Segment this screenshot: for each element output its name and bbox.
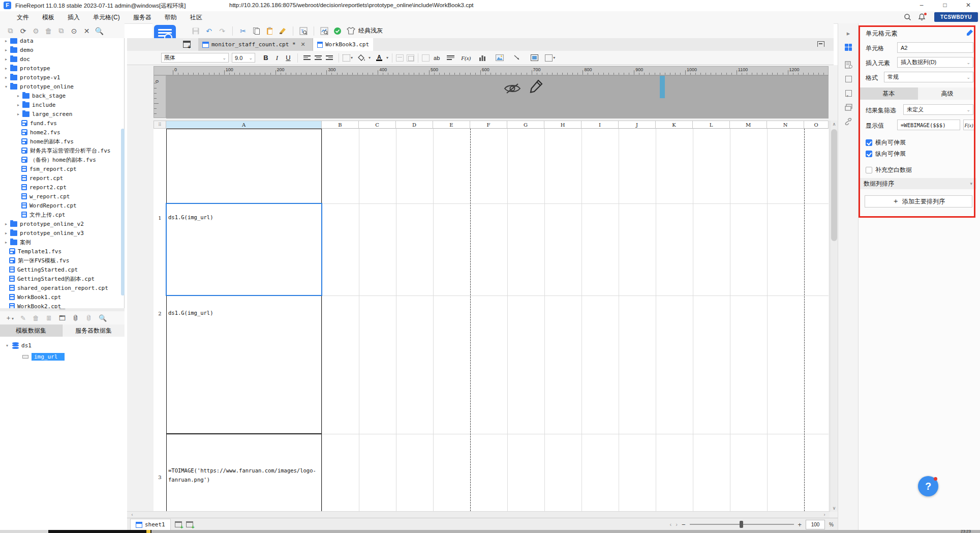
- tree-item-doc[interactable]: ▸doc: [0, 54, 30, 64]
- shape-icon[interactable]: [545, 54, 553, 62]
- locate-icon[interactable]: ⊙: [68, 27, 80, 35]
- line-tool-icon[interactable]: [510, 52, 524, 64]
- fill-blank-data-row[interactable]: 补充空白数据: [866, 166, 912, 174]
- tree-item-prototype-v1[interactable]: ▸prototype-v1: [0, 73, 60, 82]
- menu-item-2[interactable]: 插入: [61, 13, 86, 22]
- sheet-prev-icon[interactable]: ‹: [670, 521, 672, 527]
- scroll-up-icon[interactable]: ∧: [830, 122, 838, 127]
- column-header-G[interactable]: G: [507, 121, 544, 129]
- collapse-panel-icon[interactable]: ▸: [843, 28, 853, 38]
- column-header-F[interactable]: F: [470, 121, 507, 129]
- zoom-slider-handle[interactable]: [740, 521, 743, 528]
- validate-check-icon[interactable]: [331, 25, 344, 37]
- expand-horizontal-row[interactable]: 横向可伸展: [866, 138, 906, 147]
- float-element-panel-icon[interactable]: [843, 74, 853, 83]
- column-header-L[interactable]: L: [693, 121, 730, 129]
- expand-vertical-row[interactable]: 纵向可伸展: [866, 150, 906, 158]
- italic-button[interactable]: I: [271, 54, 283, 62]
- cut-icon[interactable]: ✂: [236, 25, 250, 37]
- column-header-I[interactable]: I: [581, 121, 619, 129]
- paste-icon[interactable]: [263, 25, 276, 37]
- underline-button[interactable]: U: [283, 54, 294, 62]
- chart-zoom-icon[interactable]: [318, 25, 331, 37]
- tree-item-（备份）home的副本.fvs[interactable]: （备份）home的副本.fvs: [0, 155, 96, 164]
- hyperlink-panel-icon[interactable]: [843, 117, 853, 126]
- add-dataset-icon[interactable]: ＋▾: [5, 313, 14, 322]
- display-value-input[interactable]: =WEBIMAGE($$$): [897, 120, 960, 130]
- text-widget-icon[interactable]: ab: [434, 55, 440, 61]
- menu-item-1[interactable]: 模板: [36, 13, 61, 22]
- bold-button[interactable]: B: [260, 54, 271, 62]
- web-component-icon[interactable]: [528, 52, 541, 64]
- tree-item-demo[interactable]: ▸demo: [0, 45, 34, 54]
- tree-item-home的副本.fvs[interactable]: home的副本.fvs: [0, 137, 74, 146]
- tree-collapsed-icon[interactable]: ▸: [5, 240, 7, 245]
- align-left-icon[interactable]: [301, 55, 313, 60]
- tree-item-Template1.fvs[interactable]: Template1.fvs: [0, 247, 62, 256]
- column-header-C[interactable]: C: [359, 121, 396, 129]
- horizontal-scrollbar[interactable]: ‹ ›: [127, 511, 830, 518]
- tree-collapsed-icon[interactable]: ▸: [5, 57, 7, 62]
- column-header-A[interactable]: A: [166, 121, 322, 129]
- close-button[interactable]: ✕: [957, 0, 980, 11]
- format-painter-icon[interactable]: [276, 25, 289, 37]
- zoom-value-box[interactable]: 100: [806, 520, 825, 529]
- tree-item-WordReport.cpt[interactable]: WordReport.cpt: [0, 201, 77, 210]
- row-header-3[interactable]: 3: [154, 475, 166, 480]
- menu-item-3[interactable]: 单元格(C): [86, 13, 127, 22]
- align-right-icon[interactable]: [324, 55, 335, 60]
- tree-scrollbar-thumb[interactable]: [121, 129, 125, 295]
- account-badge[interactable]: TCSWBDYU: [934, 12, 978, 22]
- font-color-icon[interactable]: A: [373, 52, 386, 64]
- export-settings-icon[interactable]: ⚙: [29, 27, 42, 35]
- tree-collapsed-icon[interactable]: ▸: [17, 94, 19, 98]
- copy-path-icon[interactable]: ⧉: [55, 26, 68, 35]
- notification-bell-icon[interactable]: [918, 13, 926, 21]
- column-header-E[interactable]: E: [433, 121, 470, 129]
- rich-text-icon[interactable]: [445, 55, 456, 60]
- cell-element-panel-icon[interactable]: [843, 43, 853, 52]
- tree-collapsed-icon[interactable]: ▸: [5, 48, 7, 52]
- cell-attributes-panel-icon[interactable]: [843, 60, 853, 69]
- tree-item-WorkBook1.cpt[interactable]: WorkBook1.cpt: [0, 292, 61, 302]
- chart-insert-icon[interactable]: [476, 52, 489, 64]
- font-zoom-icon[interactable]: T: [297, 25, 310, 37]
- tree-item-include[interactable]: ▸include: [0, 100, 55, 109]
- row-header-2[interactable]: 2: [154, 311, 166, 316]
- column-header-O[interactable]: O: [804, 121, 829, 129]
- tree-item-back_stage[interactable]: ▸back_stage: [0, 91, 66, 100]
- tree-collapsed-icon[interactable]: ▸: [17, 103, 19, 107]
- disconnect-database-icon[interactable]: 🛢: [85, 314, 92, 322]
- connect-database-icon[interactable]: 🛢: [72, 314, 79, 322]
- tree-item-prototype_online_v2[interactable]: ▸prototype_online_v2: [0, 219, 84, 228]
- menu-item-5[interactable]: 帮助: [158, 13, 183, 22]
- hide-preview-eye-off-icon[interactable]: [503, 82, 522, 95]
- tree-item-w_report.cpt[interactable]: w_report.cpt: [0, 192, 70, 201]
- tree-collapsed-icon[interactable]: ▸: [17, 112, 19, 116]
- align-center-icon[interactable]: [313, 55, 324, 60]
- delete-dataset-icon[interactable]: 🗑: [33, 314, 39, 322]
- tree-item-prototype_online_v3[interactable]: ▸prototype_online_v3: [0, 228, 84, 238]
- vertical-scrollbar[interactable]: ∧ ∨: [830, 121, 838, 512]
- copy-icon[interactable]: [250, 25, 263, 37]
- cell-A1[interactable]: [166, 129, 322, 203]
- redo-icon[interactable]: ↷: [216, 25, 229, 37]
- minimize-button[interactable]: –: [910, 0, 933, 11]
- search-icon[interactable]: [904, 13, 911, 21]
- resultset-filter-select[interactable]: 未定义⌄: [903, 104, 973, 115]
- cell-ref-input[interactable]: A2: [897, 42, 973, 53]
- theme-name-label[interactable]: 经典浅灰: [358, 26, 383, 35]
- column-header-K[interactable]: K: [656, 121, 693, 129]
- font-size-select[interactable]: 9.0⌄: [232, 53, 255, 63]
- edit-pencil-icon[interactable]: [966, 28, 974, 36]
- condition-attributes-panel-icon[interactable]: [843, 103, 853, 112]
- menu-item-0[interactable]: 文件: [10, 13, 36, 22]
- column-header-D[interactable]: D: [396, 121, 433, 129]
- dataset-ds1[interactable]: ▾ ds1: [0, 341, 32, 350]
- add-primary-sort-button[interactable]: ＋ 添加主要排列序: [865, 195, 972, 208]
- insert-cell-icon[interactable]: [422, 54, 430, 62]
- image-insert-icon[interactable]: [493, 52, 506, 64]
- batch-edit-dataset-icon[interactable]: 🗔: [59, 314, 66, 322]
- tab-basic[interactable]: 基本: [860, 87, 918, 100]
- tab-list-icon[interactable]: [817, 41, 824, 47]
